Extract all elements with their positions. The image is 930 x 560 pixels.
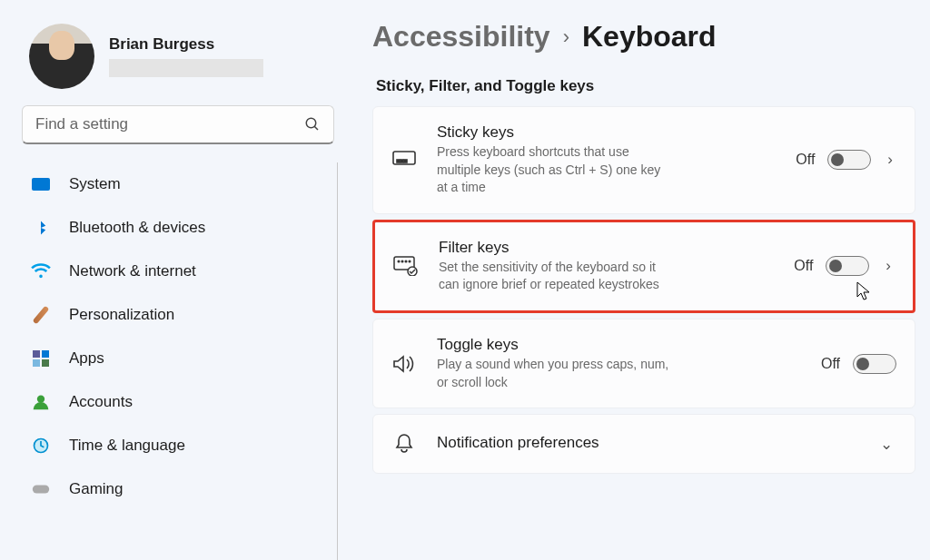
setting-title: Sticky keys xyxy=(437,123,776,142)
sidebar-item-label: Personalization xyxy=(69,306,174,324)
setting-description: Press keyboard shortcuts that use multip… xyxy=(437,143,673,197)
setting-toggle-keys[interactable]: Toggle keys Play a sound when you press … xyxy=(372,319,915,408)
sidebar-item-label: Accounts xyxy=(69,393,133,411)
page-title: Keyboard xyxy=(582,20,717,54)
svg-line-1 xyxy=(314,126,318,130)
sidebar-item-label: System xyxy=(69,175,121,193)
search-input[interactable] xyxy=(35,115,304,133)
breadcrumb-parent[interactable]: Accessibility xyxy=(372,20,550,54)
sidebar-item-accounts[interactable]: Accounts xyxy=(18,380,331,424)
sidebar-item-label: Bluetooth & devices xyxy=(69,219,205,237)
username: Brian Burgess xyxy=(109,35,263,54)
profile-block[interactable]: Brian Burgess xyxy=(18,18,338,105)
sidebar-item-personalization[interactable]: Personalization xyxy=(18,293,331,337)
bell-icon xyxy=(391,431,417,457)
svg-point-0 xyxy=(306,118,316,128)
sidebar-item-label: Apps xyxy=(69,349,104,368)
apps-icon xyxy=(31,349,51,368)
email-placeholder xyxy=(109,59,263,77)
setting-title: Toggle keys xyxy=(437,336,801,354)
sidebar-item-label: Time & language xyxy=(69,437,185,455)
cursor-icon xyxy=(856,281,871,301)
search-icon xyxy=(304,116,321,133)
sidebar-item-label: Gaming xyxy=(69,480,124,498)
chevron-right-icon[interactable]: › xyxy=(884,151,896,169)
sidebar-item-label: Network & internet xyxy=(69,262,196,280)
setting-title: Filter keys xyxy=(439,239,774,257)
svg-point-10 xyxy=(398,261,400,263)
sidebar-item-network[interactable]: Network & internet xyxy=(18,250,331,293)
chevron-down-icon[interactable]: ⌄ xyxy=(876,435,896,454)
sidebar-item-gaming[interactable]: Gaming xyxy=(18,467,331,511)
breadcrumb: Accessibility › Keyboard xyxy=(372,20,915,54)
svg-point-11 xyxy=(401,261,403,263)
gamepad-icon xyxy=(31,479,51,499)
sidebar: Brian Burgess System Bluetooth & devices xyxy=(0,0,345,560)
svg-point-2 xyxy=(37,396,45,403)
chevron-right-icon[interactable]: › xyxy=(882,257,895,275)
toggle-state-label: Off xyxy=(794,258,813,274)
toggle-switch[interactable] xyxy=(853,354,896,374)
svg-point-12 xyxy=(405,261,407,263)
svg-rect-4 xyxy=(33,485,49,493)
toggle-state-label: Off xyxy=(821,356,840,372)
svg-rect-8 xyxy=(404,160,407,162)
toggle-switch[interactable] xyxy=(826,256,869,276)
sidebar-item-bluetooth[interactable]: Bluetooth & devices xyxy=(18,206,331,250)
svg-rect-6 xyxy=(397,160,400,162)
sidebar-item-time-language[interactable]: Time & language xyxy=(18,424,331,467)
chevron-right-icon: › xyxy=(563,25,569,49)
globe-clock-icon xyxy=(31,436,51,456)
search-box[interactable] xyxy=(22,105,334,144)
svg-rect-7 xyxy=(401,160,403,162)
sidebar-item-apps[interactable]: Apps xyxy=(18,337,331,380)
setting-description: Set the sensitivity of the keyboard so i… xyxy=(439,259,675,294)
sound-icon xyxy=(391,351,417,377)
keyboard-icon xyxy=(391,147,417,172)
wifi-icon xyxy=(31,261,51,281)
setting-filter-keys[interactable]: Filter keys Set the sensitivity of the k… xyxy=(372,220,915,313)
svg-point-13 xyxy=(409,261,411,263)
nav-list: System Bluetooth & devices Network & int… xyxy=(18,162,338,560)
section-title: Sticky, Filter, and Toggle keys xyxy=(372,77,915,95)
paintbrush-icon xyxy=(31,305,51,325)
toggle-switch[interactable] xyxy=(827,150,871,170)
keyboard-filter-icon xyxy=(393,253,419,279)
setting-description: Play a sound when you press caps, num, o… xyxy=(437,356,673,391)
setting-title: Notification preferences xyxy=(437,434,856,452)
sidebar-item-system[interactable]: System xyxy=(18,162,331,206)
system-icon xyxy=(31,174,51,194)
bluetooth-icon xyxy=(31,218,51,238)
avatar xyxy=(29,24,94,89)
main-content: Accessibility › Keyboard Sticky, Filter,… xyxy=(345,0,930,560)
toggle-state-label: Off xyxy=(796,152,815,168)
person-icon xyxy=(31,392,51,412)
setting-sticky-keys[interactable]: Sticky keys Press keyboard shortcuts tha… xyxy=(372,106,915,214)
setting-notification-preferences[interactable]: Notification preferences ⌄ xyxy=(372,414,915,474)
